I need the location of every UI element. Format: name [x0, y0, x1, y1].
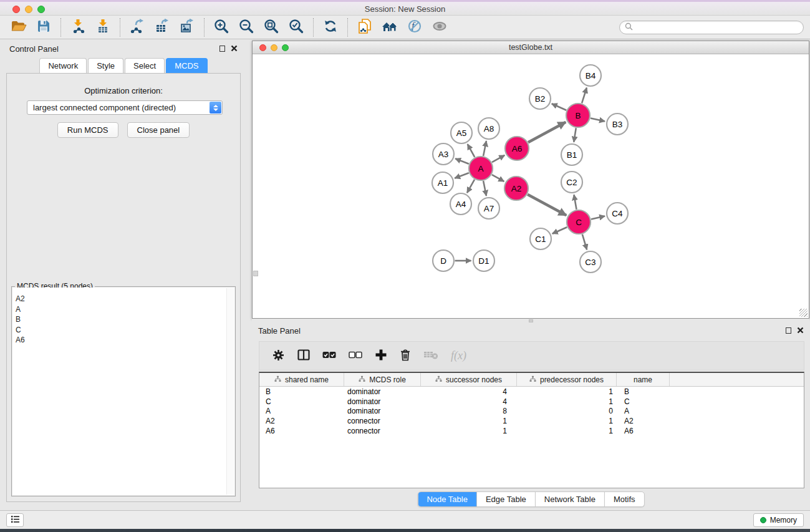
graph-edge-B-B4[interactable]: [582, 88, 587, 104]
minimize-window-button[interactable]: [25, 6, 32, 13]
graph-node-A[interactable]: A: [469, 157, 493, 180]
table-cell[interactable]: A6: [259, 427, 344, 435]
graph-node-C[interactable]: C: [567, 210, 591, 234]
select-all-columns-button[interactable]: [322, 347, 336, 365]
table-cell[interactable]: A2: [259, 417, 344, 425]
network-canvas[interactable]: AA1A2A3A4A5A6A7A8BB1B2B3B4CC1C2C3C4DD1: [253, 55, 809, 318]
criterion-select[interactable]: largest connected component (directed): [27, 100, 223, 115]
table-cell[interactable]: A2: [617, 417, 670, 425]
tab-node-table[interactable]: Node Table: [418, 492, 477, 506]
graph-node-B4[interactable]: B4: [580, 65, 601, 86]
graph-edge-A-A5[interactable]: [468, 144, 475, 157]
zoom-in-button[interactable]: [209, 17, 234, 38]
graph-node-C4[interactable]: C4: [607, 203, 628, 224]
graph-node-A8[interactable]: A8: [478, 118, 499, 139]
zoom-fit-button[interactable]: [259, 17, 284, 38]
task-history-button[interactable]: [6, 513, 24, 527]
table-cell[interactable]: A6: [617, 427, 670, 435]
column-header-MCDS-role[interactable]: MCDS role: [344, 373, 421, 386]
mcds-result-item[interactable]: B: [12, 314, 234, 325]
mcds-result-item[interactable]: A: [12, 304, 234, 315]
graph-edge-A-A2[interactable]: [492, 175, 504, 181]
tab-network[interactable]: Network: [39, 58, 87, 73]
fx-icon[interactable]: f(x): [451, 349, 466, 362]
graph-edge-A6-B[interactable]: [528, 122, 566, 143]
canvas-scroll-thumb[interactable]: [253, 271, 258, 276]
graph-node-A5[interactable]: A5: [451, 122, 472, 143]
table-cell[interactable]: connector: [344, 417, 421, 425]
graph-node-D1[interactable]: D1: [473, 250, 494, 271]
tab-network-table[interactable]: Network Table: [536, 492, 605, 506]
table-cell[interactable]: B: [617, 387, 670, 396]
zoom-out-button[interactable]: [234, 17, 259, 38]
graph-edge-B-B2[interactable]: [552, 104, 567, 110]
export-table-button[interactable]: [150, 17, 175, 38]
table-cell[interactable]: dominator: [344, 397, 421, 406]
close-table-panel-icon[interactable]: [797, 326, 804, 336]
graph-edge-C-C4[interactable]: [591, 216, 605, 220]
table-cell[interactable]: 0: [517, 407, 617, 415]
close-panel-button[interactable]: Close panel: [127, 122, 190, 138]
table-row[interactable]: Bdominator41B: [259, 387, 804, 397]
graph-edge-A2-C[interactable]: [528, 195, 566, 216]
graph-edge-C-C2[interactable]: [574, 195, 576, 210]
show-hide-button[interactable]: [427, 17, 452, 38]
tab-edge-table[interactable]: Edge Table: [477, 492, 536, 506]
float-panel-icon[interactable]: [219, 46, 225, 52]
horizontal-splitter[interactable]: [252, 319, 809, 323]
graph-edge-A-A7[interactable]: [483, 181, 486, 196]
tab-mcds[interactable]: MCDS: [166, 58, 207, 73]
graph-node-A7[interactable]: A7: [478, 198, 499, 219]
unselect-all-columns-button[interactable]: [349, 347, 362, 365]
graph-node-C3[interactable]: C3: [580, 251, 601, 273]
save-session-button[interactable]: [31, 17, 56, 38]
graph-edge-B-B3[interactable]: [591, 118, 605, 121]
table-cell[interactable]: connector: [344, 427, 421, 435]
delete-table-button[interactable]: [423, 347, 438, 365]
close-window-button[interactable]: [12, 6, 20, 13]
graph-node-A1[interactable]: A1: [432, 172, 453, 193]
export-network-button[interactable]: [125, 17, 150, 38]
refresh-button[interactable]: [318, 17, 343, 38]
import-table-button[interactable]: [90, 17, 115, 38]
duplicate-network-button[interactable]: [352, 17, 377, 38]
graph-edge-A-A4[interactable]: [467, 180, 475, 193]
table-cell[interactable]: dominator: [344, 387, 421, 396]
table-cell[interactable]: 1: [517, 387, 617, 396]
table-cell[interactable]: 4: [421, 397, 517, 406]
zoom-selected-button[interactable]: [284, 17, 309, 38]
graph-edge-B-B1[interactable]: [574, 128, 576, 142]
graph-node-A3[interactable]: A3: [433, 143, 454, 165]
window-resize-grip[interactable]: [799, 309, 808, 317]
tab-motifs[interactable]: Motifs: [605, 492, 644, 506]
graph-node-B1[interactable]: B1: [561, 144, 582, 165]
table-cell[interactable]: 1: [517, 427, 617, 435]
table-row[interactable]: Adominator80A: [259, 406, 804, 416]
export-image-button[interactable]: [175, 17, 200, 38]
close-panel-icon[interactable]: [231, 44, 238, 54]
mcds-result-item[interactable]: A6: [12, 335, 234, 346]
table-cell[interactable]: C: [617, 397, 670, 406]
table-cell[interactable]: A: [259, 407, 344, 415]
graph-edge-A-A8[interactable]: [483, 141, 486, 156]
add-column-button[interactable]: [375, 347, 387, 365]
home-button[interactable]: [377, 17, 402, 38]
tab-style[interactable]: Style: [88, 58, 123, 73]
column-header-name[interactable]: name: [617, 373, 670, 386]
graph-node-B2[interactable]: B2: [529, 88, 551, 109]
import-network-button[interactable]: [65, 17, 90, 38]
splitter-handle[interactable]: [529, 319, 533, 322]
table-cell[interactable]: 8: [421, 407, 517, 415]
zoom-window-button[interactable]: [37, 6, 45, 13]
table-row[interactable]: A6connector11A6: [259, 426, 804, 436]
mcds-result-item[interactable]: C: [12, 325, 234, 336]
graph-node-B3[interactable]: B3: [607, 114, 628, 135]
split-columns-button[interactable]: [297, 347, 310, 365]
graph-edge-C-C3[interactable]: [582, 235, 587, 250]
table-cell[interactable]: 1: [517, 397, 617, 406]
table-settings-button[interactable]: [272, 347, 285, 365]
graph-edge-A-A3[interactable]: [455, 158, 469, 163]
network-close-button[interactable]: [259, 44, 266, 51]
network-minimize-button[interactable]: [271, 44, 277, 51]
table-row[interactable]: A2connector11A2: [259, 416, 804, 426]
